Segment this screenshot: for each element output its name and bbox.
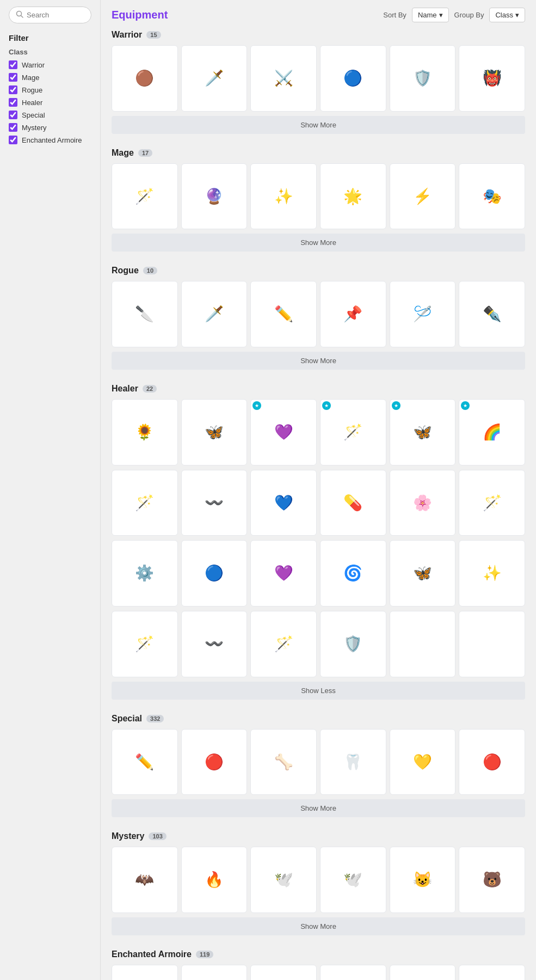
item-card-enchanted-armoire-3[interactable]: 🌿	[320, 965, 386, 980]
item-card-healer-10[interactable]: 🌸	[390, 470, 456, 536]
checkbox-item-enchanted-armoire[interactable]: Enchanted Armoire	[9, 136, 91, 144]
item-emoji-mage-5: 🎭	[483, 189, 502, 204]
checkbox-0[interactable]	[9, 60, 17, 69]
item-card-rogue-0[interactable]: 🔪	[112, 281, 178, 347]
item-card-healer-8[interactable]: 💙	[250, 470, 317, 536]
item-card-special-4[interactable]: 💛	[390, 729, 456, 795]
checkbox-3[interactable]	[9, 98, 17, 107]
checkbox-4[interactable]	[9, 111, 17, 119]
item-card-mage-4[interactable]: ⚡	[390, 163, 456, 230]
item-card-enchanted-armoire-0[interactable]: 🌾	[112, 965, 178, 980]
item-card-warrior-3[interactable]: 🔵	[320, 45, 386, 112]
item-card-healer-11[interactable]: 🪄	[459, 470, 525, 536]
item-card-rogue-4[interactable]: 🪡	[390, 281, 456, 347]
item-card-mystery-5[interactable]: 🐻	[459, 847, 525, 913]
sort-by-dropdown[interactable]: Name ▾	[412, 8, 449, 22]
checkbox-item-warrior[interactable]: Warrior	[9, 60, 91, 69]
item-card-healer-14[interactable]: 💜	[250, 540, 317, 607]
group-by-dropdown[interactable]: Class ▾	[489, 8, 525, 22]
item-card-healer-18[interactable]: 🪄	[112, 611, 178, 677]
item-card-warrior-4[interactable]: 🛡️	[390, 45, 456, 112]
checkbox-item-healer[interactable]: Healer	[9, 98, 91, 107]
item-card-healer-16[interactable]: 🦋	[390, 540, 456, 607]
checkbox-6[interactable]	[9, 136, 17, 144]
item-card-healer-5[interactable]: ★🌈	[459, 399, 525, 465]
checkbox-item-mage[interactable]: Mage	[9, 73, 91, 82]
item-emoji-mystery-5: 🐻	[483, 872, 502, 887]
item-card-healer-21[interactable]: 🛡️	[320, 611, 386, 677]
item-card-warrior-0[interactable]: 🟤	[112, 45, 178, 112]
search-input[interactable]	[27, 11, 84, 19]
section-badge-rogue: 10	[143, 267, 157, 274]
checkbox-1[interactable]	[9, 73, 17, 82]
item-card-special-3[interactable]: 🦷	[320, 729, 386, 795]
item-card-rogue-3[interactable]: 📌	[320, 281, 386, 347]
item-card-mage-5[interactable]: 🎭	[459, 163, 525, 230]
item-card-healer-2[interactable]: ★💜	[250, 399, 317, 465]
item-card-enchanted-armoire-1[interactable]: 🎭	[181, 965, 248, 980]
section-badge-mage: 17	[138, 149, 152, 157]
item-card-healer-23[interactable]	[459, 611, 525, 677]
item-card-healer-3[interactable]: ★🪄	[320, 399, 386, 465]
item-card-healer-17[interactable]: ✨	[459, 540, 525, 607]
item-card-healer-12[interactable]: ⚙️	[112, 540, 178, 607]
item-emoji-healer-7: 〰️	[205, 495, 224, 511]
item-card-mystery-1[interactable]: 🔥	[181, 847, 248, 913]
checkbox-5[interactable]	[9, 123, 17, 132]
item-emoji-special-5: 🔴	[483, 755, 502, 770]
item-emoji-warrior-3: 🔵	[343, 71, 362, 86]
item-grid-healer-row1: 🪄〰️💙💊🌸🪄	[112, 470, 525, 536]
checkbox-item-rogue[interactable]: Rogue	[9, 85, 91, 94]
item-emoji-special-0: ✏️	[135, 755, 154, 770]
checkbox-item-special[interactable]: Special	[9, 111, 91, 119]
item-card-healer-15[interactable]: 🌀	[320, 540, 386, 607]
item-card-enchanted-armoire-5[interactable]: 🪄	[459, 965, 525, 980]
item-card-healer-7[interactable]: 〰️	[181, 470, 248, 536]
item-card-healer-22[interactable]	[390, 611, 456, 677]
item-card-mystery-3[interactable]: 🕊️	[320, 847, 386, 913]
item-card-rogue-2[interactable]: ✏️	[250, 281, 317, 347]
item-card-healer-19[interactable]: 〰️	[181, 611, 248, 677]
item-emoji-healer-21: 🛡️	[343, 636, 362, 652]
sort-by-label: Sort By	[383, 11, 406, 19]
show-more-btn-healer[interactable]: Show Less	[112, 682, 525, 700]
item-card-healer-1[interactable]: 🦋	[181, 399, 248, 465]
item-card-mystery-0[interactable]: 🦇	[112, 847, 178, 913]
star-badge: ★	[252, 401, 261, 410]
item-card-special-1[interactable]: 🔴	[181, 729, 248, 795]
item-card-warrior-2[interactable]: ⚔️	[250, 45, 317, 112]
show-more-btn-special[interactable]: Show More	[112, 799, 525, 817]
show-more-btn-rogue[interactable]: Show More	[112, 352, 525, 370]
show-more-btn-mystery[interactable]: Show More	[112, 917, 525, 935]
search-box[interactable]	[9, 7, 91, 23]
item-card-special-5[interactable]: 🔴	[459, 729, 525, 795]
item-card-warrior-1[interactable]: 🗡️	[181, 45, 248, 112]
item-card-healer-20[interactable]: 🪄	[250, 611, 317, 677]
item-card-healer-4[interactable]: ★🦋	[390, 399, 456, 465]
checkbox-2[interactable]	[9, 85, 17, 94]
item-card-healer-6[interactable]: 🪄	[112, 470, 178, 536]
item-card-mystery-2[interactable]: 🕊️	[250, 847, 317, 913]
show-more-btn-warrior[interactable]: Show More	[112, 116, 525, 134]
item-card-special-0[interactable]: ✏️	[112, 729, 178, 795]
item-card-healer-0[interactable]: 🌻	[112, 399, 178, 465]
item-card-warrior-5[interactable]: 👹	[459, 45, 525, 112]
item-card-mage-3[interactable]: 🌟	[320, 163, 386, 230]
item-card-mage-0[interactable]: 🪄	[112, 163, 178, 230]
item-card-enchanted-armoire-2[interactable]: 🪓	[250, 965, 317, 980]
item-emoji-healer-10: 🌸	[413, 495, 432, 511]
item-card-rogue-1[interactable]: 🗡️	[181, 281, 248, 347]
item-card-healer-9[interactable]: 💊	[320, 470, 386, 536]
item-card-special-2[interactable]: 🦴	[250, 729, 317, 795]
checkbox-item-mystery[interactable]: Mystery	[9, 123, 91, 132]
item-card-mage-1[interactable]: 🔮	[181, 163, 248, 230]
item-card-rogue-5[interactable]: ✒️	[459, 281, 525, 347]
page-title: Equipment	[112, 9, 378, 21]
checkbox-label-3: Healer	[22, 99, 42, 107]
item-card-mystery-4[interactable]: 😺	[390, 847, 456, 913]
item-card-healer-13[interactable]: 🔵	[181, 540, 248, 607]
item-card-mage-2[interactable]: ✨	[250, 163, 317, 230]
group-chevron-icon: ▾	[515, 11, 519, 19]
show-more-btn-mage[interactable]: Show More	[112, 234, 525, 252]
item-card-enchanted-armoire-4[interactable]: 🐺	[390, 965, 456, 980]
